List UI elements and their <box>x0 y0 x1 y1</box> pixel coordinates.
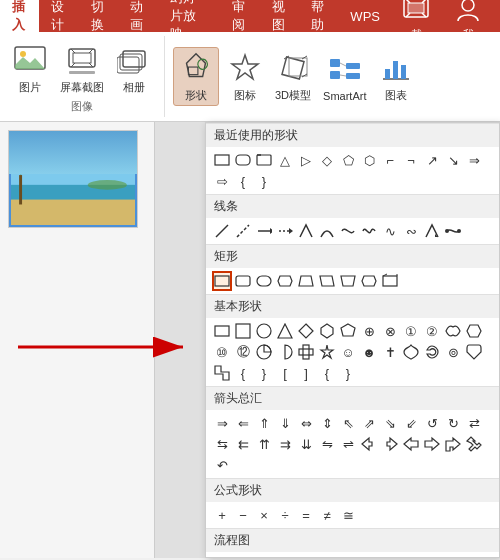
basic-item[interactable]: } <box>254 363 274 383</box>
shape-item[interactable] <box>212 150 232 170</box>
arrow-item[interactable]: ⇄ <box>464 413 484 433</box>
basic-item[interactable] <box>275 342 295 362</box>
basic-item[interactable] <box>464 321 484 341</box>
basic-item[interactable] <box>443 321 463 341</box>
line-item[interactable] <box>254 221 274 241</box>
arrow-item[interactable]: ↺ <box>422 413 442 433</box>
arrow-item[interactable]: ⇖ <box>338 413 358 433</box>
basic-item[interactable] <box>233 321 253 341</box>
basic-item[interactable] <box>212 363 232 383</box>
shapes-btn[interactable]: 形状 <box>173 47 219 106</box>
shape-item[interactable]: ⇨ <box>212 171 232 191</box>
insert-picture-btn[interactable]: 图片 <box>8 40 52 97</box>
basic-item[interactable]: ⊚ <box>443 342 463 362</box>
basic-item[interactable]: ☻ <box>359 342 379 362</box>
tab-transition[interactable]: 切换 <box>79 0 118 32</box>
basic-item[interactable] <box>275 321 295 341</box>
basic-item[interactable]: ① <box>401 321 421 341</box>
arrow-item[interactable]: ⇕ <box>317 413 337 433</box>
basic-item[interactable]: ⊗ <box>380 321 400 341</box>
arrow-item[interactable] <box>401 434 421 454</box>
album-btn[interactable]: 相册 <box>112 40 156 97</box>
basic-item[interactable]: ② <box>422 321 442 341</box>
arrow-item[interactable]: ⇘ <box>380 413 400 433</box>
line-item[interactable]: ∿ <box>380 221 400 241</box>
tab-design[interactable]: 设计 <box>39 0 78 32</box>
slide-thumbnail[interactable] <box>8 130 138 228</box>
line-item[interactable] <box>296 221 316 241</box>
arrow-item[interactable]: ⇑ <box>254 413 274 433</box>
basic-item[interactable] <box>212 321 232 341</box>
line-item[interactable]: ∾ <box>401 221 421 241</box>
basic-item[interactable]: { <box>233 363 253 383</box>
basic-item[interactable]: ⑩ <box>212 342 232 362</box>
basic-item[interactable] <box>254 342 274 362</box>
basic-item[interactable] <box>317 321 337 341</box>
shape-item[interactable]: △ <box>275 150 295 170</box>
arrow-item[interactable] <box>359 434 379 454</box>
smartart-btn[interactable]: SmartArt <box>319 50 370 104</box>
basic-item[interactable] <box>422 342 442 362</box>
rect-item[interactable] <box>338 271 358 291</box>
shape-item[interactable]: { <box>233 171 253 191</box>
arrow-item[interactable]: ⇌ <box>338 434 358 454</box>
shape-item[interactable]: ⌐ <box>380 150 400 170</box>
basic-item[interactable]: } <box>338 363 358 383</box>
basic-item[interactable] <box>338 321 358 341</box>
formula-item[interactable]: ≅ <box>338 505 358 525</box>
basic-item[interactable] <box>296 321 316 341</box>
rect-item[interactable] <box>296 271 316 291</box>
tab-review[interactable]: 审阅 <box>220 0 259 32</box>
basic-item[interactable]: ✝ <box>380 342 400 362</box>
shape-item[interactable]: ▷ <box>296 150 316 170</box>
formula-item[interactable]: ≠ <box>317 505 337 525</box>
shape-item[interactable]: ¬ <box>401 150 421 170</box>
formula-item[interactable]: = <box>296 505 316 525</box>
rect-item[interactable] <box>380 271 400 291</box>
basic-item[interactable]: ⊕ <box>359 321 379 341</box>
basic-item[interactable] <box>401 342 421 362</box>
shape-item[interactable]: ◇ <box>317 150 337 170</box>
arrow-item[interactable] <box>443 434 463 454</box>
line-item[interactable] <box>233 221 253 241</box>
shape-item[interactable]: ↗ <box>422 150 442 170</box>
rect-item[interactable] <box>275 271 295 291</box>
rect-item[interactable] <box>212 271 232 291</box>
formula-item[interactable]: × <box>254 505 274 525</box>
arrow-item[interactable]: ⇊ <box>296 434 316 454</box>
arrow-item[interactable]: ↻ <box>443 413 463 433</box>
line-item[interactable] <box>212 221 232 241</box>
tab-slideshow[interactable]: 幻灯片放映 <box>158 0 221 32</box>
shape-item[interactable] <box>254 150 274 170</box>
arrow-item[interactable]: ↶ <box>212 455 232 475</box>
shapes-dropdown[interactable]: 最近使用的形状 △ ▷ ◇ ⬠ ⬡ ⌐ ¬ ↗ ↘ ⇒ ⇨ { } 线条 <box>205 122 500 558</box>
basic-item[interactable] <box>317 342 337 362</box>
basic-item[interactable] <box>254 321 274 341</box>
tab-animation[interactable]: 动画 <box>118 0 157 32</box>
basic-item[interactable]: ] <box>296 363 316 383</box>
tab-insert[interactable]: 插入 <box>0 0 39 32</box>
shape-item[interactable] <box>233 150 253 170</box>
arrow-item[interactable]: ⇗ <box>359 413 379 433</box>
arrow-item[interactable]: ⇆ <box>212 434 232 454</box>
formula-item[interactable]: + <box>212 505 232 525</box>
formula-item[interactable]: ÷ <box>275 505 295 525</box>
basic-item[interactable] <box>464 342 484 362</box>
arrow-item[interactable]: ⇔ <box>296 413 316 433</box>
basic-item[interactable]: ☺ <box>338 342 358 362</box>
shape-item[interactable]: ⇒ <box>464 150 484 170</box>
arrow-item[interactable] <box>380 434 400 454</box>
tab-help[interactable]: 帮助 <box>299 0 338 32</box>
basic-item[interactable]: [ <box>275 363 295 383</box>
3dmodel-btn[interactable]: 3D模型 <box>271 48 315 105</box>
chart-btn[interactable]: 图表 <box>374 48 418 105</box>
tab-view[interactable]: 视图 <box>260 0 299 32</box>
screenshot-ribbon-btn[interactable]: 屏幕截图 <box>56 40 108 97</box>
rect-item[interactable] <box>359 271 379 291</box>
line-item[interactable] <box>422 221 442 241</box>
basic-item[interactable]: { <box>317 363 337 383</box>
shape-item[interactable]: ↘ <box>443 150 463 170</box>
line-item[interactable] <box>338 221 358 241</box>
basic-item[interactable]: ⑫ <box>233 342 253 362</box>
formula-item[interactable]: − <box>233 505 253 525</box>
